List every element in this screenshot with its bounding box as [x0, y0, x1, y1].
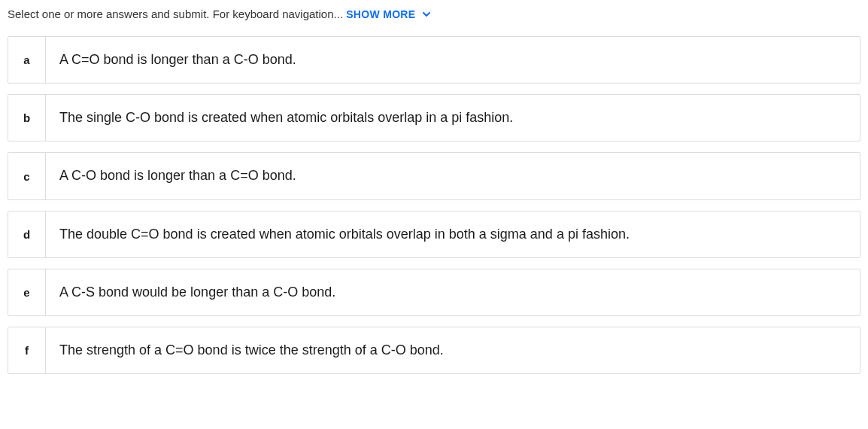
option-e[interactable]: e A C-S bond would be longer than a C-O … [8, 269, 860, 316]
option-letter: e [8, 269, 46, 315]
option-d[interactable]: d The double C=O bond is created when at… [8, 211, 860, 258]
option-f[interactable]: f The strength of a C=O bond is twice th… [8, 327, 860, 374]
show-more-label: SHOW MORE [346, 8, 415, 20]
show-more-button[interactable]: SHOW MORE [346, 8, 430, 20]
option-b[interactable]: b The single C-O bond is created when at… [8, 94, 860, 141]
option-text: A C=O bond is longer than a C-O bond. [46, 37, 860, 83]
option-text: The double C=O bond is created when atom… [46, 211, 860, 257]
chevron-down-icon [422, 8, 431, 23]
option-letter: d [8, 211, 46, 257]
option-text: The strength of a C=O bond is twice the … [46, 327, 860, 373]
option-c[interactable]: c A C-O bond is longer than a C=O bond. [8, 152, 860, 199]
instructions-prefix: Select one or more answers and submit. F… [8, 8, 346, 20]
option-text: A C-O bond is longer than a C=O bond. [46, 153, 860, 199]
option-letter: b [8, 95, 46, 141]
options-list: a A C=O bond is longer than a C-O bond. … [8, 36, 860, 374]
option-letter: c [8, 153, 46, 199]
option-letter: a [8, 37, 46, 83]
option-text: A C-S bond would be longer than a C-O bo… [46, 269, 860, 315]
option-a[interactable]: a A C=O bond is longer than a C-O bond. [8, 36, 860, 84]
instructions-text: Select one or more answers and submit. F… [8, 6, 860, 23]
option-letter: f [8, 327, 46, 373]
option-text: The single C-O bond is created when atom… [46, 95, 860, 141]
